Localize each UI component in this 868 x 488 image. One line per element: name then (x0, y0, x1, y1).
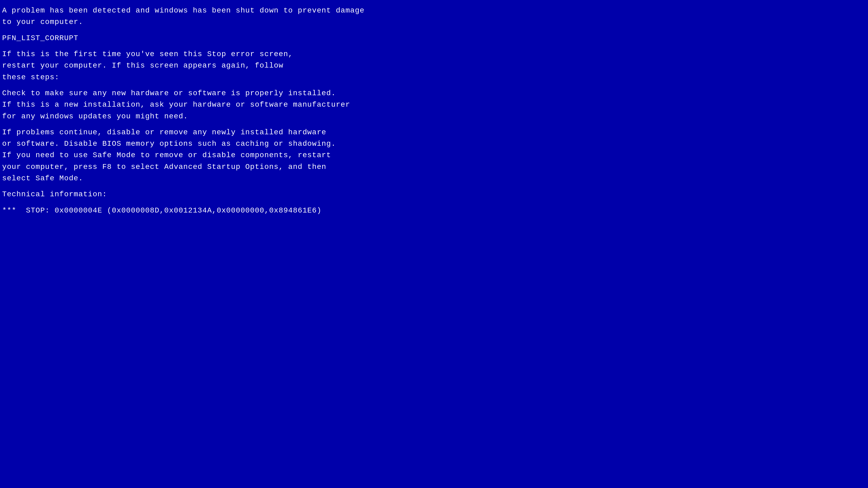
bsod-screen: A problem has been detected and windows … (0, 0, 868, 488)
header-text: A problem has been detected and windows … (2, 5, 866, 28)
technical-info-label: Technical information: (2, 189, 866, 200)
first-time-text: If this is the first time you've seen th… (2, 48, 866, 83)
check-hardware-text: Check to make sure any new hardware or s… (2, 88, 866, 122)
if-problems-text: If problems continue, disable or remove … (2, 127, 866, 184)
stop-code: *** STOP: 0x0000004E (0x0000008D,0x00121… (2, 205, 866, 216)
error-code: PFN_LIST_CORRUPT (2, 32, 866, 44)
